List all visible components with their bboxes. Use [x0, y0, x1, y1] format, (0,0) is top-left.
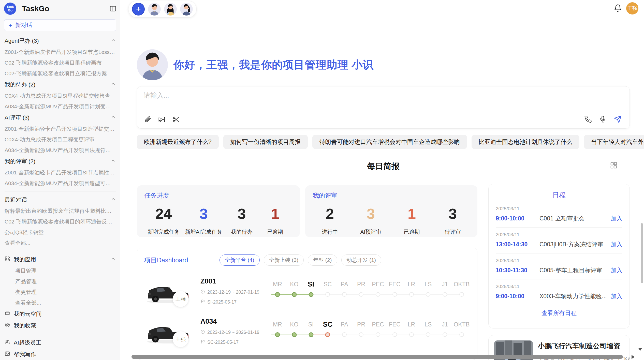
milestone-dot	[359, 292, 363, 297]
sidebar-item[interactable]: A034-全新新能源MUV产品开发项目造型可行性评审	[5, 178, 116, 189]
milestone-dot	[292, 292, 297, 297]
stat: 3 我的待办	[228, 205, 256, 235]
join-link[interactable]: 加入	[611, 266, 622, 274]
chevron-up-icon[interactable]	[110, 256, 116, 263]
chevron-up-icon[interactable]	[110, 81, 116, 88]
new-chat-button[interactable]: + 新对话	[4, 19, 116, 31]
sidebar-item-project-mgmt[interactable]: 项目管理	[5, 265, 116, 276]
add-member-button[interactable]: +	[132, 3, 145, 16]
project-flag-date: SC-2025-05-17	[207, 340, 239, 345]
recent-view-all[interactable]: 查看全部...	[5, 238, 116, 248]
milestone-track: MR KO SI SC PA PR PEC FEC LR LS J1 OKTB	[269, 276, 470, 306]
scroll-down-arrow[interactable]	[638, 348, 642, 351]
user-avatar[interactable]: 王强	[626, 2, 638, 14]
suggestion-chip[interactable]: 特朗普可能对进口汽车增税会对中国车企造成哪些影响	[312, 135, 467, 149]
flag-icon	[200, 299, 205, 305]
sidebar-item[interactable]: C02-飞腾新能源轻客改款项目立项汇报方案	[5, 68, 116, 79]
join-link[interactable]: 加入	[611, 215, 622, 222]
milestone-label: LS	[420, 280, 436, 289]
chevron-up-icon[interactable]	[110, 114, 116, 121]
sidebar-item-cloud-space[interactable]: 我的云空间	[5, 308, 116, 320]
milestone-dot	[376, 292, 380, 297]
milestone-dot	[325, 292, 330, 297]
sidebar-toggle-icon[interactable]	[109, 5, 116, 12]
sidebar-item-my-apps[interactable]: 我的应用	[5, 254, 116, 265]
send-icon[interactable]	[614, 115, 622, 124]
cloud-drive-icon	[5, 310, 10, 318]
apps-view-all[interactable]: 查看全部...	[5, 297, 116, 308]
vertical-scrollbar-thumb[interactable]	[641, 223, 643, 283]
suggestion-chip[interactable]: 如何写一份清晰的项目周报	[223, 135, 308, 149]
image-icon[interactable]	[158, 116, 166, 124]
recent-chat-item[interactable]: 解释最新出台的欧盟报废车法规再生塑料比例被调至15%...	[5, 206, 116, 216]
milestone-dot	[426, 292, 430, 297]
suggestion-chip[interactable]: 欧洲新规最近颁布了什么?	[137, 135, 219, 149]
project-info: A034 2023-12-19 ~ 2026-01-19 SC-2025-05-…	[191, 318, 268, 345]
milestone-label: PR	[353, 320, 370, 329]
section-my-review[interactable]: 我的评审 (2)	[5, 156, 116, 167]
people-icon	[5, 339, 10, 346]
sidebar-item[interactable]: Z001-全新燃油轻卡产品开发项目SI节点属性5D文件评审	[5, 167, 116, 178]
suggestion-chip[interactable]: 当下年轻人对汽车外观有怎样的喜好趋势	[584, 135, 644, 149]
sidebar-item-help-writing[interactable]: 帮我写作	[5, 349, 116, 360]
tab-powertrain-dev[interactable]: 动总开发 (1)	[341, 254, 382, 266]
project-row[interactable]: 王强 A034 2023-12-19 ~ 2026-01-19 SC-2025-…	[144, 317, 470, 346]
milestone-label: PEC	[370, 280, 386, 289]
project-vehicle-image: 王强	[144, 317, 191, 346]
chevron-up-icon[interactable]	[110, 158, 116, 165]
sidebar-item-change-mgmt[interactable]: 变更管理	[5, 287, 116, 297]
section-ai-review[interactable]: AI评审 (3)	[5, 112, 116, 124]
divider	[5, 334, 116, 334]
milestone-label: PEC	[370, 320, 386, 329]
avatar[interactable]	[180, 3, 193, 16]
milestone-track: MR KO SI SC PA PR PEC FEC LR LS J1 OKTB	[269, 317, 470, 346]
layout-grid-icon[interactable]	[610, 161, 618, 170]
avatar[interactable]	[164, 3, 177, 16]
sidebar-item[interactable]: C0X4-动力总成开发项目工程变更评审	[5, 134, 116, 145]
chat-input[interactable]	[144, 92, 623, 99]
tab-year-model[interactable]: 年型 (2)	[308, 254, 337, 266]
section-agent-done[interactable]: Agent已办 (3)	[5, 35, 116, 47]
suggestion-chip[interactable]: 比亚迪全固态电池计划具体说了什么	[472, 135, 579, 149]
horizontal-scrollbar-thumb[interactable]	[131, 355, 623, 359]
sidebar-item[interactable]: A034-全新新能源MUV产品开发项目计划变更表编写	[5, 101, 116, 112]
attachment-icon[interactable]	[144, 116, 151, 124]
sidebar-item[interactable]: A034-全新新能源MUV产品开发项目法规符合性评审	[5, 145, 116, 156]
milestone-label: PA	[336, 280, 353, 289]
milestone-label: PA	[336, 320, 353, 329]
sidebar-item-product-mgmt[interactable]: 产品管理	[5, 276, 116, 287]
sidebar-item[interactable]: C0X4-动力总成开发项目SI里程碑提交物检查	[5, 91, 116, 101]
notification-bell-icon[interactable]	[614, 4, 622, 13]
avatar[interactable]	[148, 3, 161, 16]
project-vehicle-image: 王强	[144, 276, 191, 306]
recent-chat-item[interactable]: C02-飞腾新能源轻客改款项目的闭环通告反馈情况	[5, 216, 116, 227]
sidebar-item[interactable]: Z001-全新燃油轻卡产品开发项目SI造型提交物评审	[5, 124, 116, 134]
tab-new-upfit[interactable]: 全新上装 (3)	[264, 254, 304, 266]
milestone-label: SI	[303, 320, 319, 329]
milestone-label: SC	[319, 280, 336, 289]
schedule-date: 2025/03/11	[496, 258, 622, 263]
section-my-todo[interactable]: 我的待办 (2)	[5, 79, 116, 91]
stat: 3 AI预评审	[357, 205, 385, 235]
tab-all-new-platform[interactable]: 全新平台 (4)	[219, 254, 260, 266]
section-recent-chats[interactable]: 最近对话	[5, 194, 116, 206]
project-row[interactable]: 王强 Z001 2023-12-19 ~ 2027-01-19 SI-2025-…	[144, 276, 470, 306]
sidebar-item-ai-employee[interactable]: AI超级员工	[5, 337, 116, 349]
join-link[interactable]: 加入	[611, 292, 622, 300]
microphone-icon[interactable]	[599, 115, 607, 124]
recent-chat-item[interactable]: 公司Q3轻卡销量	[5, 227, 116, 238]
scissors-icon[interactable]	[172, 116, 180, 124]
scroll-right-arrow[interactable]	[632, 355, 635, 359]
sidebar-item[interactable]: C02-飞腾新能源轻客改款项目里程碑画布	[5, 57, 116, 68]
chevron-up-icon[interactable]	[110, 37, 116, 44]
chevron-up-icon[interactable]	[110, 196, 116, 203]
sidebar-item[interactable]: Z001-全新燃油皮卡产品开发项目SI节点Lesson Learn报告	[5, 47, 116, 57]
schedule-item: 2025/03/11 9:00-10:00 X003-车辆动力学性能验... 加…	[496, 279, 622, 305]
join-link[interactable]: 加入	[611, 241, 622, 248]
logo-text-bottom: Go	[8, 9, 12, 12]
view-all-schedule-link[interactable]: 查看所有日程	[489, 305, 630, 320]
phone-icon[interactable]	[584, 115, 592, 124]
sidebar-item-favorites[interactable]: 我的收藏	[5, 320, 116, 332]
milestone-label: OKTB	[453, 280, 470, 289]
milestone-label: FEC	[386, 320, 403, 329]
